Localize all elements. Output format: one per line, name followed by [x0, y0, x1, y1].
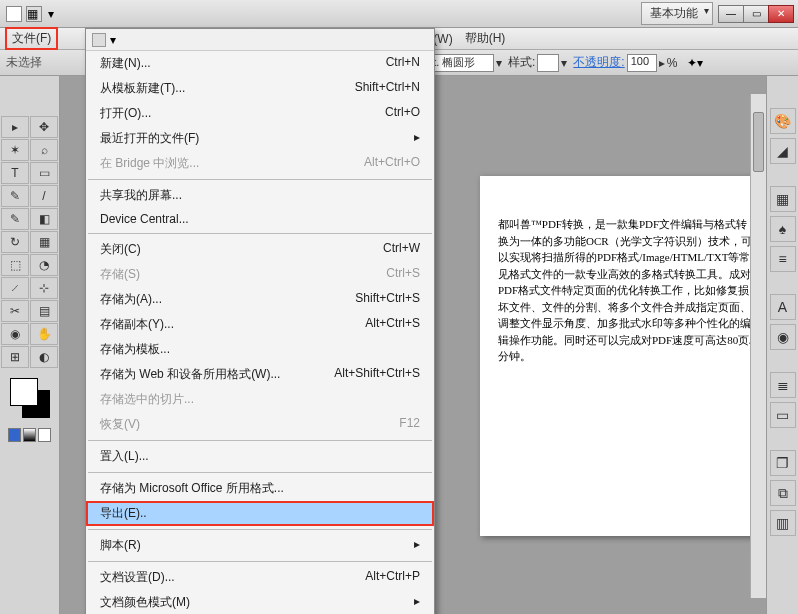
- tool-button[interactable]: ⬚: [1, 254, 29, 276]
- tool-button[interactable]: ◐: [30, 346, 58, 368]
- window-buttons: — ▭ ✕: [719, 5, 794, 23]
- color-mode-solid[interactable]: [8, 428, 21, 442]
- file-menu-dropdown: ▾ 新建(N)...Ctrl+N从模板新建(T)...Shift+Ctrl+N打…: [85, 28, 435, 614]
- workspace-switcher[interactable]: 基本功能: [641, 2, 713, 25]
- palette-button[interactable]: ≡: [770, 246, 796, 272]
- palette-button[interactable]: ♠: [770, 216, 796, 242]
- menu-item[interactable]: 存储为(A)...Shift+Ctrl+S: [86, 287, 434, 312]
- dropdown-header: ▾: [86, 29, 434, 51]
- menu-item[interactable]: 存储副本(Y)...Alt+Ctrl+S: [86, 312, 434, 337]
- menu-item[interactable]: 存储为 Microsoft Office 所用格式...: [86, 476, 434, 501]
- color-swatch[interactable]: [10, 378, 50, 418]
- menu-item[interactable]: 打开(O)...Ctrl+O: [86, 101, 434, 126]
- tool-button[interactable]: ◉: [1, 323, 29, 345]
- menu-item: 存储选中的切片...: [86, 387, 434, 412]
- menu-grid-icon[interactable]: ▦: [26, 6, 42, 22]
- tool-button[interactable]: ◔: [30, 254, 58, 276]
- menu-item[interactable]: 最近打开的文件(F)▸: [86, 126, 434, 151]
- menu-item: 存储(S)Ctrl+S: [86, 262, 434, 287]
- tool-button[interactable]: ✎: [1, 208, 29, 230]
- palette-button[interactable]: A: [770, 294, 796, 320]
- maximize-button[interactable]: ▭: [743, 5, 769, 23]
- tool-button[interactable]: ✂: [1, 300, 29, 322]
- tool-button[interactable]: ✶: [1, 139, 29, 161]
- minimize-button[interactable]: —: [718, 5, 744, 23]
- color-mode-row: [8, 428, 51, 442]
- opacity-input[interactable]: 100: [627, 54, 657, 72]
- menu-item: 恢复(V)F12: [86, 412, 434, 437]
- menu-file[interactable]: 文件(F): [6, 28, 57, 49]
- palette-button[interactable]: 🎨: [770, 108, 796, 134]
- menu-caret-icon[interactable]: ▾: [48, 7, 54, 21]
- tool-button[interactable]: T: [1, 162, 29, 184]
- tool-button[interactable]: ⟋: [1, 277, 29, 299]
- palette-button[interactable]: ▦: [770, 186, 796, 212]
- menu-item[interactable]: 导出(E)..: [86, 501, 434, 526]
- palette-button[interactable]: ▥: [770, 510, 796, 536]
- document-text: 都叫兽™PDF转换，是一款集PDF文件编辑与格式转换为一体的多功能OCR（光学文…: [498, 216, 754, 365]
- tool-button[interactable]: ✥: [30, 116, 58, 138]
- opacity-field: 不透明度: 100 ▸ %: [573, 54, 677, 72]
- artboard[interactable]: 都叫兽™PDF转换，是一款集PDF文件编辑与格式转换为一体的多功能OCR（光学文…: [480, 176, 760, 536]
- tool-button[interactable]: ✋: [30, 323, 58, 345]
- menu-item[interactable]: 存储为 Web 和设备所用格式(W)...Alt+Shift+Ctrl+S: [86, 362, 434, 387]
- tool-button[interactable]: ✎: [1, 185, 29, 207]
- menu-help[interactable]: 帮助(H): [459, 28, 512, 49]
- scrollbar-thumb[interactable]: [753, 112, 764, 172]
- tool-button[interactable]: ◧: [30, 208, 58, 230]
- palette-button[interactable]: ≣: [770, 372, 796, 398]
- palette-button[interactable]: ◉: [770, 324, 796, 350]
- selection-status: 未选择: [6, 54, 42, 71]
- grid-icon[interactable]: [92, 33, 106, 47]
- menu-item[interactable]: 文档颜色模式(M)▸: [86, 590, 434, 614]
- tool-button[interactable]: ▸: [1, 116, 29, 138]
- tool-button[interactable]: ▭: [30, 162, 58, 184]
- color-mode-none[interactable]: [38, 428, 51, 442]
- palette-button[interactable]: ⧉: [770, 480, 796, 506]
- fill-color[interactable]: [10, 378, 38, 406]
- tool-button[interactable]: ▤: [30, 300, 58, 322]
- tool-button[interactable]: /: [30, 185, 58, 207]
- tool-button[interactable]: ↻: [1, 231, 29, 253]
- scrollbar-vertical[interactable]: [750, 94, 766, 598]
- palette-button[interactable]: ◢: [770, 138, 796, 164]
- app-icon: [6, 6, 22, 22]
- color-mode-gradient[interactable]: [23, 428, 36, 442]
- style-field: 样式: ▾: [508, 54, 567, 72]
- tool-panel: ▸✥✶⌕T▭✎/✎◧↻▦⬚◔⟋⊹✂▤◉✋⊞◐: [0, 76, 60, 614]
- tool-button[interactable]: ⊞: [1, 346, 29, 368]
- palette-button[interactable]: ▭: [770, 402, 796, 428]
- caret-icon[interactable]: ▾: [110, 33, 116, 47]
- menu-item[interactable]: 文档设置(D)...Alt+Ctrl+P: [86, 565, 434, 590]
- tool-button[interactable]: ▦: [30, 231, 58, 253]
- extra-options-icon[interactable]: ✦▾: [687, 56, 703, 70]
- menu-item[interactable]: 新建(N)...Ctrl+N: [86, 51, 434, 76]
- style-dropdown[interactable]: [537, 54, 559, 72]
- menu-item[interactable]: 共享我的屏幕...: [86, 183, 434, 208]
- menu-item[interactable]: Device Central...: [86, 208, 434, 230]
- close-button[interactable]: ✕: [768, 5, 794, 23]
- menu-item: 在 Bridge 中浏览...Alt+Ctrl+O: [86, 151, 434, 176]
- tool-button[interactable]: ⌕: [30, 139, 58, 161]
- menu-item[interactable]: 置入(L)...: [86, 444, 434, 469]
- menu-item[interactable]: 存储为模板...: [86, 337, 434, 362]
- menu-item[interactable]: 关闭(C)Ctrl+W: [86, 237, 434, 262]
- titlebar: ▦ ▾ 基本功能 — ▭ ✕: [0, 0, 798, 28]
- tool-button[interactable]: ⊹: [30, 277, 58, 299]
- opacity-label[interactable]: 不透明度:: [573, 54, 624, 71]
- menu-item[interactable]: 脚本(R)▸: [86, 533, 434, 558]
- palette-button[interactable]: ❐: [770, 450, 796, 476]
- menu-item[interactable]: 从模板新建(T)...Shift+Ctrl+N: [86, 76, 434, 101]
- palette-dock: 🎨◢▦♠≡A◉≣▭❐⧉▥: [766, 76, 798, 614]
